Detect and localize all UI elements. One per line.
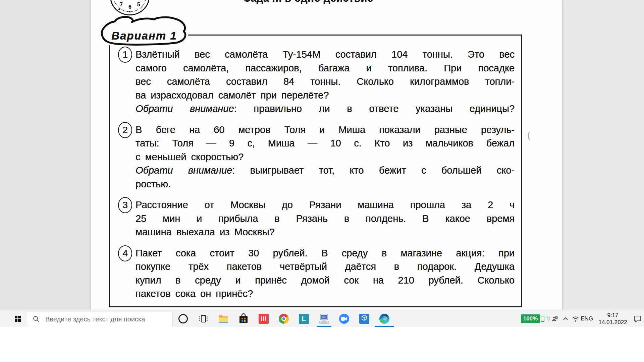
power-plug-icon (546, 316, 550, 321)
problem-2: 2В беге на 60 метров Толя и Миша показал… (118, 123, 534, 191)
problem-text-line: машина выехала из Москвы? (136, 225, 515, 239)
tray-date: 14.01.2022 (598, 319, 627, 326)
problem-text-line: Обрати внимание: правильно ли в ответе у… (136, 102, 515, 116)
people-button[interactable] (550, 310, 560, 327)
network-button[interactable] (571, 310, 581, 327)
variant-blob: Вариант 1 (97, 15, 194, 48)
worksheet-page: Задачи в одно действие 7 6 5 Вариант 1 (… (91, 0, 562, 310)
box-border-left (109, 45, 110, 307)
taskbar-app-edge[interactable] (374, 310, 394, 327)
desktop-right-strip (562, 0, 644, 310)
task-view-icon (198, 314, 208, 324)
cortana-icon (178, 314, 188, 323)
zoom-icon (339, 314, 349, 324)
problem-text-line: самого самолёта, пассажиров, багажа и то… (136, 61, 515, 75)
taskbar-app-3d-viewer[interactable] (354, 310, 374, 327)
pc-app-icon (319, 313, 329, 324)
taskbar-app-zoom[interactable] (334, 310, 354, 327)
taskbar-app-cortana[interactable] (173, 310, 193, 327)
problem-text-line: Обрати внимание: выигрывает тот, кто беж… (136, 164, 515, 177)
file-explorer-icon (218, 314, 229, 324)
problem-1: 1Взлётный вес самолёта Ту-154М составил … (118, 48, 534, 116)
problem-text: Взлётный вес самолёта Ту-154М составил 1… (136, 48, 515, 116)
taskbar-apps: L (173, 310, 394, 327)
chevron-up-icon (562, 316, 569, 322)
problem-text: Расстояние от Москвы до Рязани машина пр… (136, 198, 515, 239)
clock-number: 7 (120, 2, 123, 8)
problem-text-line: таты: Толя — 9 с, Миша — 10 с. Кто из ма… (136, 136, 515, 150)
start-button[interactable] (10, 310, 25, 327)
taskbar: L 100% (0, 310, 644, 327)
microsoft-store-icon (238, 313, 249, 324)
people-icon (551, 315, 559, 322)
action-center-icon (634, 315, 642, 322)
language-indicator[interactable]: ENG (581, 315, 593, 322)
taskbar-app-chrome[interactable] (274, 310, 294, 327)
chrome-icon (279, 314, 289, 324)
taskbar-app-l-app[interactable]: L (294, 310, 314, 327)
l-app-icon: L (299, 314, 309, 324)
box-border-top (188, 35, 522, 36)
problem-text-line: Взлётный вес самолёта Ту-154М составил 1… (136, 48, 515, 61)
taskbar-search[interactable] (27, 311, 172, 327)
problem-number-circle: 4 (118, 245, 132, 261)
worksheet-clipped-title: Задачи в одно действие (244, 0, 373, 4)
clock-tick (118, 8, 120, 10)
edge-icon (379, 314, 389, 324)
taskbar-app-red-app[interactable] (254, 310, 274, 327)
problem-text-line: Пакет сока стоит 30 рублей. В среду в ма… (136, 246, 515, 260)
problem-text-line: с меньшей скоростью? (136, 150, 515, 164)
taskbar-app-file-explorer[interactable] (213, 310, 233, 327)
problem-text: В беге на 60 метров Толя и Миша показали… (136, 123, 515, 191)
tray-clock[interactable]: 9:17 14.01.2022 (593, 312, 633, 326)
problem-text: Пакет сока стоит 30 рублей. В среду в ма… (136, 246, 515, 301)
problem-text-line: 25 мин и прибыла в Рязань в полдень. В к… (136, 212, 515, 226)
problem-text-line: ростью. (136, 177, 515, 191)
search-icon (33, 315, 40, 323)
clock-number: 6 (128, 4, 131, 10)
windows-logo-icon (15, 316, 21, 322)
battery-indicator[interactable]: 100% (521, 314, 540, 323)
show-hidden-icons-button[interactable] (560, 310, 571, 327)
taskbar-app-pc-app[interactable] (314, 310, 334, 327)
3d-viewer-icon (359, 314, 369, 324)
system-tray: 100% (521, 310, 643, 327)
tray-time: 9:17 (607, 312, 618, 319)
red-app-icon (259, 314, 269, 324)
search-input[interactable] (45, 315, 172, 323)
problem-3: 3Расстояние от Москвы до Рязани машина п… (118, 198, 534, 239)
problem-4: 4Пакет сока стоит 30 рублей. В среду в м… (118, 246, 534, 301)
problem-text-line: вес самолёта составил 84 тонны. Сколько … (136, 75, 515, 88)
clock-number: 5 (137, 2, 140, 8)
clock-illustration: 7 6 5 (110, 0, 150, 15)
wifi-icon (572, 315, 580, 322)
problem-number-circle: 2 (118, 122, 132, 138)
problem-text-line: ва израсходовал самолёт при перелёте? (136, 88, 515, 102)
problem-text-line: покупке трёх пакетов четвёртый даётся в … (136, 260, 515, 274)
taskbar-app-microsoft-store[interactable] (233, 310, 254, 327)
taskbar-app-task-view[interactable] (193, 310, 213, 327)
problem-text-line: пакетов сока он принёс? (136, 287, 515, 301)
desktop-left-strip (0, 0, 91, 310)
variant-label: Вариант 1 (111, 29, 177, 42)
clock-tick (129, 11, 130, 12)
problem-text-line: В беге на 60 метров Толя и Миша показали… (136, 123, 515, 137)
problem-text-line: купил в среду и принёс домой сок на 210 … (136, 274, 515, 287)
problem-number-circle: 3 (118, 197, 132, 213)
problems: 1Взлётный вес самолёта Ту-154М составил … (118, 48, 534, 308)
battery-tip-icon (541, 316, 544, 322)
action-center-button[interactable] (633, 310, 643, 327)
problem-number-circle: 1 (118, 47, 132, 63)
problem-text-line: Расстояние от Москвы до Рязани машина пр… (136, 198, 515, 212)
